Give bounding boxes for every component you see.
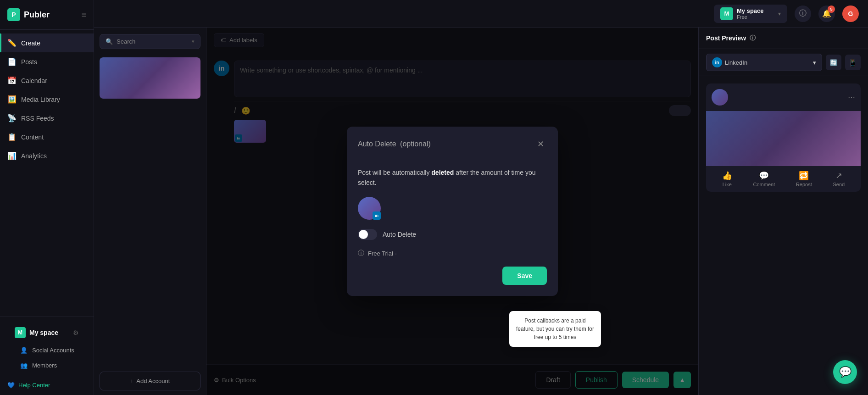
notifications-button[interactable]: 🔔 5 — [818, 6, 835, 22]
sidebar-item-members[interactable]: 👥 Members — [7, 358, 86, 373]
app-logo-icon: P — [7, 8, 20, 21]
auto-delete-modal: Auto Delete (optional) ✕ Post will be au… — [347, 127, 558, 296]
media-library-icon: 🖼️ — [7, 95, 17, 104]
preview-post-image — [706, 111, 861, 166]
add-account-plus-icon: + — [130, 378, 134, 384]
free-trial-info-icon: ⓘ — [358, 249, 364, 257]
preview-platform-label: LinkedIn — [725, 59, 747, 66]
left-panel: 🔍 Search ▾ + Add Account — [94, 28, 206, 395]
modal-overlay: Auto Delete (optional) ✕ Post will be au… — [206, 28, 698, 395]
send-label: Send — [833, 182, 845, 187]
search-chevron-icon: ▾ — [192, 39, 195, 45]
chat-bubble-button[interactable]: 💬 — [833, 360, 857, 384]
preview-send-button[interactable]: ↗ Send — [833, 171, 845, 187]
members-icon: 👥 — [20, 362, 28, 369]
right-panel: Post Preview ⓘ in LinkedIn ▾ 🔄 📱 ⋯ — [698, 28, 868, 395]
tooltip-text: Post callbacks are a paid feature, but y… — [516, 317, 594, 340]
add-account-button[interactable]: + Add Account — [100, 372, 200, 390]
calendar-icon: 📅 — [7, 76, 17, 85]
workspace-label: My space — [29, 329, 58, 336]
preview-post: ⋯ 👍 Like 💬 Comment — [706, 83, 861, 192]
preview-post-dots-icon[interactable]: ⋯ — [848, 93, 855, 102]
preview-refresh-icon[interactable]: 🔄 — [826, 55, 841, 70]
sidebar-item-media-library-label: Media Library — [21, 96, 60, 103]
modal-title: Auto Delete (optional) — [358, 140, 431, 148]
workspace-header[interactable]: M My space ⚙ — [7, 323, 86, 343]
account-preview — [100, 57, 200, 99]
sidebar-nav: ✏️ Create 📄 Posts 📅 Calendar 🖼️ Media Li… — [0, 30, 94, 317]
topbar-workspace-name: My space — [737, 7, 774, 14]
repost-icon: 🔁 — [799, 171, 809, 181]
modal-account-avatar-wrap: in — [358, 197, 381, 220]
modal-title-optional: (optional) — [400, 140, 431, 148]
sidebar-item-posts[interactable]: 📄 Posts — [0, 52, 94, 71]
sidebar-collapse-button[interactable]: ≡ — [81, 10, 86, 20]
notification-badge: 5 — [828, 6, 835, 13]
like-icon: 👍 — [722, 171, 732, 181]
posts-icon: 📄 — [7, 57, 17, 66]
preview-platform-chevron-icon: ▾ — [813, 59, 816, 66]
preview-header: Post Preview ⓘ — [699, 28, 868, 49]
sidebar-item-social-accounts[interactable]: 👤 Social Accounts — [7, 343, 86, 358]
topbar-workspace-info: My space Free — [737, 7, 774, 20]
sidebar-item-rss-feeds[interactable]: 📡 RSS Feeds — [0, 109, 94, 128]
help-center-label: Help Center — [18, 382, 50, 389]
modal-save-button[interactable]: Save — [502, 267, 547, 285]
modal-close-button[interactable]: ✕ — [534, 138, 547, 150]
sidebar-item-create[interactable]: ✏️ Create — [0, 33, 94, 52]
sidebar-item-media-library[interactable]: 🖼️ Media Library — [0, 90, 94, 109]
sidebar-logo: P Publer ≡ — [0, 0, 94, 30]
sidebar-item-analytics[interactable]: 📊 Analytics — [0, 146, 94, 165]
comment-icon: 💬 — [759, 171, 769, 181]
repost-label: Repost — [796, 182, 812, 187]
search-bar[interactable]: 🔍 Search ▾ — [100, 34, 200, 49]
sidebar-item-content[interactable]: 📋 Content — [0, 128, 94, 146]
content-icon: 📋 — [7, 133, 17, 141]
panels: 🔍 Search ▾ + Add Account 🏷 Add labels — [94, 28, 868, 395]
sidebar-item-calendar[interactable]: 📅 Calendar — [0, 71, 94, 90]
free-trial-text: Free Trial - — [368, 250, 397, 257]
auto-delete-toggle[interactable] — [358, 229, 377, 240]
help-center-icon: 💙 — [7, 382, 15, 389]
preview-post-header: ⋯ — [706, 83, 861, 111]
post-preview-title: Post Preview — [706, 34, 746, 42]
sidebar-item-create-label: Create — [21, 39, 40, 47]
workspace-avatar: M — [15, 327, 26, 338]
search-bar-text: Search — [117, 38, 188, 45]
modal-account-row: in — [358, 197, 547, 220]
preview-post-actions: 👍 Like 💬 Comment 🔁 Repost ↗ — [706, 166, 861, 192]
sidebar-item-analytics-label: Analytics — [21, 152, 47, 160]
comment-label: Comment — [753, 182, 775, 187]
create-icon: ✏️ — [7, 39, 17, 47]
preview-info-icon: ⓘ — [750, 34, 756, 42]
main-content: M My space Free ▾ ⓘ 🔔 5 G 🔍 Search ▾ — [94, 0, 868, 395]
send-icon: ↗ — [835, 171, 842, 181]
topbar-workspace-avatar: M — [720, 7, 733, 20]
sidebar-workspace-section: M My space ⚙ 👤 Social Accounts 👥 Members — [0, 317, 94, 375]
topbar: M My space Free ▾ ⓘ 🔔 5 G — [94, 0, 868, 28]
user-avatar-button[interactable]: G — [842, 6, 859, 22]
preview-comment-button[interactable]: 💬 Comment — [753, 171, 775, 187]
add-account-label: Add Account — [136, 378, 170, 384]
help-icon-button[interactable]: ⓘ — [795, 6, 811, 22]
workspace-switcher[interactable]: M My space Free ▾ — [714, 5, 787, 23]
analytics-icon: 📊 — [7, 151, 17, 160]
modal-body-text: Post will be automatically deleted after… — [358, 167, 547, 188]
modal-footer: Save — [358, 267, 547, 285]
social-accounts-icon: 👤 — [20, 347, 28, 354]
sidebar-item-rss-feeds-label: RSS Feeds — [21, 115, 54, 122]
free-trial-row: ⓘ Free Trial - — [358, 249, 547, 257]
preview-mobile-icon[interactable]: 📱 — [845, 55, 861, 70]
modal-account-li-badge: in — [373, 211, 381, 220]
help-center-link[interactable]: 💙 Help Center — [0, 375, 94, 395]
like-label: Like — [723, 182, 732, 187]
preview-repost-button[interactable]: 🔁 Repost — [796, 171, 812, 187]
sidebar-item-members-label: Members — [32, 362, 57, 369]
workspace-settings-icon[interactable]: ⚙ — [73, 329, 79, 336]
preview-like-button[interactable]: 👍 Like — [722, 171, 732, 187]
preview-platform-select[interactable]: in LinkedIn ▾ — [706, 54, 822, 71]
toggle-knob — [359, 230, 368, 239]
preview-platform-row: in LinkedIn ▾ 🔄 📱 — [699, 49, 868, 76]
app-name: Publer — [24, 10, 50, 20]
sidebar: P Publer ≡ ✏️ Create 📄 Posts 📅 Calendar … — [0, 0, 94, 395]
